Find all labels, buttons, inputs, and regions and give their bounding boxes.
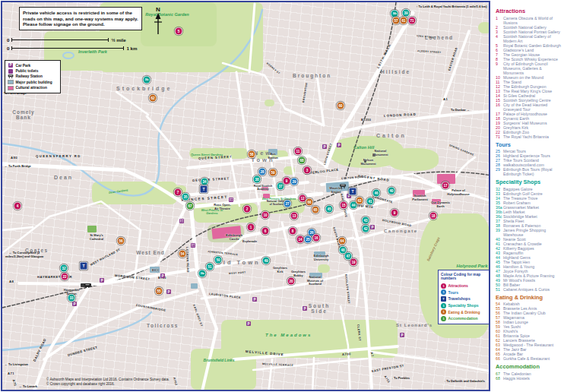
map-marker-66: 66: [306, 199, 313, 206]
map-marker-25: 25: [305, 236, 312, 243]
map-marker-35: 35: [182, 194, 189, 201]
map-marker-14: 14: [297, 236, 304, 243]
list-item: 4Scottish National Gallery of Modern Art: [496, 34, 562, 43]
north-label: N: [156, 6, 160, 13]
map-marker-1: 1: [248, 224, 255, 231]
cultural-icon: [8, 86, 14, 90]
coding-label: Eating & Drinking: [448, 310, 480, 315]
sidebar-section-title: Tours: [496, 141, 562, 148]
list-item: 66Gurkha Cafe & Restaurant: [496, 356, 562, 361]
map-marker-47: 47: [345, 253, 352, 260]
coding-row: 1Tours: [441, 289, 489, 296]
list-item-label: The Royal Yacht Britannia: [503, 134, 562, 139]
coding-row: 1Eating & Drinking: [441, 308, 489, 315]
north-arrow: N: [153, 7, 163, 37]
list-item-number: 1: [496, 16, 503, 25]
list-item-label: Camera Obscura & World of Illusions: [503, 16, 562, 25]
list-item: 68Haggis Hostels: [496, 376, 562, 381]
map-marker-36b: 36b: [391, 11, 398, 17]
map-marker-34: 34: [201, 179, 208, 185]
building-icon: [8, 80, 14, 84]
map-marker-15: 15: [341, 202, 347, 209]
map-marker-49: 49: [263, 258, 270, 264]
coding-symbol: 1: [441, 283, 446, 289]
sidebar-section-tours: Tours25Mercat Tours26Highland Experience…: [496, 141, 562, 177]
map-marker-64: 64: [339, 238, 346, 245]
legend-item-label: Cultural attraction: [16, 86, 47, 90]
map-marker-46: 46: [373, 190, 380, 197]
sidebar-section-attractions: Attractions1Camera Obscura & World of Il…: [496, 8, 562, 139]
list-item: 9City of Edinburgh Council Museums, Gall…: [496, 62, 562, 75]
legend-item-label: Car Park: [16, 64, 31, 68]
scale-km-bar: [11, 48, 124, 49]
list-item-number: 9: [496, 62, 503, 75]
list-item: 29Edinburgh Bus Tours (Royal Edinburgh T…: [496, 167, 562, 176]
map-marker-13: 13: [291, 213, 298, 220]
coding-label: Travelshops: [448, 296, 471, 301]
map-marker-7: 7: [175, 189, 182, 196]
map-marker-60: 60: [337, 103, 344, 109]
map-marker-63: 63: [356, 198, 363, 204]
list-item-label: City of the Dead Haunted Graveyard Tour: [503, 103, 562, 112]
map-marker-54: 54: [179, 251, 186, 258]
map-marker-56: 56: [118, 238, 125, 245]
map-marker-45: 45: [326, 206, 333, 213]
map-legend: PCar ParkPublic toiletsRailway StationMa…: [5, 60, 61, 93]
coding-row: 1Accommodation: [441, 315, 489, 322]
legend-item-railway: Railway Station: [8, 74, 58, 79]
list-item-number: 16: [496, 103, 503, 112]
scale-zero: 0: [7, 46, 9, 51]
coding-row: TTravelshops: [441, 296, 489, 302]
map-marker-50: 50: [215, 257, 222, 264]
sidebar-section-title: Eating & Drinking: [496, 294, 562, 301]
coding-symbol: 1: [441, 316, 446, 321]
colour-coding-title: Colour Coding for map numbers: [441, 273, 489, 282]
list-item-label: Gurkha Cafe & Restaurant: [503, 356, 562, 361]
legend-item-label: Major public building: [16, 81, 52, 84]
scale-zero: 0: [7, 37, 9, 43]
map-marker-37: 37: [277, 183, 284, 190]
coding-symbol: 1: [441, 309, 446, 315]
map-marker-10: 10: [262, 212, 269, 219]
sidebar-section-title: Attractions: [496, 8, 562, 14]
colour-coding-box: Colour Coding for map numbers 1Attractio…: [438, 270, 490, 324]
map-marker-T: T: [350, 188, 356, 195]
map-marker-48: 48: [340, 247, 347, 254]
list-item-number: 71: [496, 134, 503, 139]
map-marker-40: 40: [388, 188, 395, 194]
map-marker-29: 29: [291, 179, 298, 185]
list-item: 51Cabaret Antiques & Curios: [496, 287, 562, 292]
map-marker-55: 55: [156, 288, 163, 295]
map-marker-17: 17: [442, 182, 449, 189]
list-item-label: City of Edinburgh Council Museums, Galle…: [503, 62, 562, 75]
list-item-number: 4: [496, 34, 503, 43]
legend-item-building: Major public building: [8, 80, 58, 85]
list-item-label: Haggis Hostels: [503, 376, 562, 381]
railway-icon: [8, 74, 14, 79]
map-marker-71: 71: [409, 17, 416, 24]
map-marker-61: 61: [401, 17, 407, 24]
map-marker-11: 11: [295, 148, 302, 155]
scale-bar: 0 ½ mile 0 1 km: [7, 36, 138, 52]
sidebar-section-eating-drinking: Eating & Drinking54Kebabish55Brasserie L…: [496, 294, 562, 362]
map-marker-19: 19: [350, 259, 357, 266]
coding-label: Accommodation: [448, 316, 478, 321]
map-marker-8: 8: [290, 228, 296, 235]
toilets-icon: [8, 69, 14, 74]
map-marker-T: T: [81, 263, 87, 270]
scale-km-label: 1 km: [126, 46, 137, 51]
map-marker-36a: 36a: [199, 270, 206, 277]
coding-symbol: 1: [441, 303, 446, 308]
map-marker-43: 43: [363, 217, 369, 224]
list-item: 71The Royal Yacht Britannia: [496, 134, 562, 139]
edinburgh-city-map: Private vehicle access is restricted in …: [1, 1, 490, 391]
list-item: 16City of the Dead Haunted Graveyard Tou…: [496, 103, 562, 112]
legend-item-toilets: Public toilets: [8, 68, 58, 74]
map-marker-9: 9: [284, 178, 290, 185]
map-marker-18: 18: [430, 213, 437, 220]
map-marker-59: 59: [270, 169, 277, 176]
scale-half-mile-label: ½ mile: [111, 37, 125, 43]
map-marker-9: 9: [391, 210, 398, 217]
map-marker-62: 62: [150, 95, 157, 102]
map-marker-27: 27: [284, 201, 291, 207]
